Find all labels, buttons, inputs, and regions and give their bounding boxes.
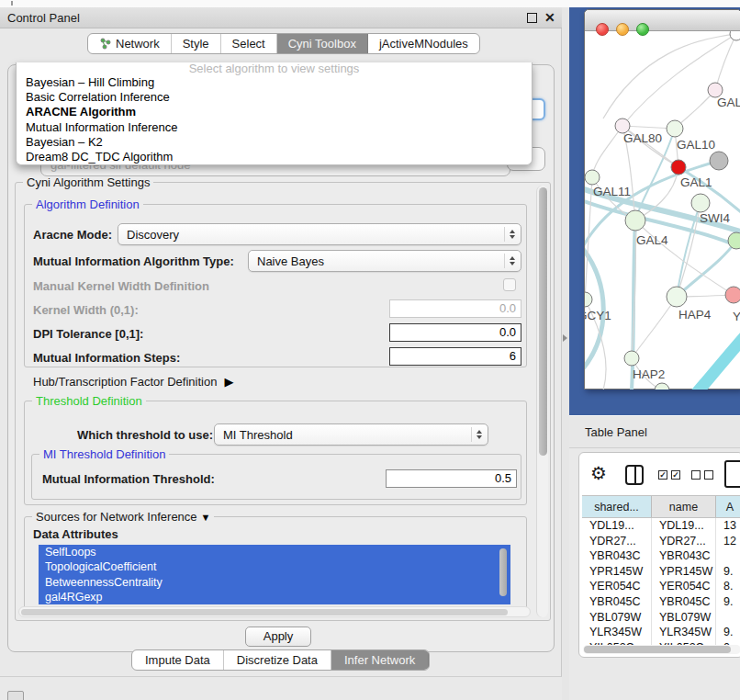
attribute-item-selected[interactable]: TopologicalCoefficient <box>39 559 510 574</box>
mi-threshold-field[interactable]: 0.5 <box>386 469 517 488</box>
expand-right-icon[interactable]: ▶ <box>224 375 233 389</box>
table-row[interactable]: YBR043CYBR043C <box>582 548 740 564</box>
algorithm-definition-title: Algorithm Definition <box>32 198 143 211</box>
deselect-all-checkbox-icon[interactable] <box>704 470 713 480</box>
attribute-item-selected[interactable]: SelfLoops <box>39 545 510 559</box>
hub-definition-expander[interactable]: Hub/Transcription Factor Definition▶ <box>33 375 233 389</box>
gear-icon[interactable]: ⚙ <box>590 464 607 482</box>
network-node-gray[interactable] <box>710 152 728 170</box>
kernel-width-field[interactable]: 0.0 <box>389 299 521 318</box>
network-edge <box>592 126 622 177</box>
mi-steps-field[interactable]: 6 <box>389 347 521 366</box>
algorithm-option[interactable]: Bayesian – Hill Climbing <box>17 75 532 90</box>
table-row[interactable]: YER054CYER054C8. <box>582 579 740 594</box>
node-label: GAL11 <box>593 185 631 198</box>
network-node-gal4[interactable] <box>625 210 645 231</box>
table-hscrollbar-track[interactable] <box>583 645 740 654</box>
mi-algorithm-type-combo[interactable]: Naive Bayes <box>248 250 521 272</box>
deselect-all-checkbox-icon[interactable] <box>691 470 701 480</box>
dpi-tolerance-label: DPI Tolerance [0,1]: <box>33 327 143 341</box>
network-node[interactable] <box>730 31 740 40</box>
network-window-titlebar[interactable] <box>585 10 740 31</box>
column-header-partial[interactable]: A <box>716 496 740 517</box>
divider-collapse-icon[interactable] <box>563 334 567 342</box>
columns-icon[interactable] <box>625 465 644 485</box>
settings-hscrollbar-track[interactable] <box>18 606 531 617</box>
table-hscrollbar-thumb[interactable] <box>584 646 731 653</box>
split-divider[interactable] <box>562 7 569 700</box>
algorithm-option[interactable]: Dream8 DC_TDC Algorithm <box>17 150 532 164</box>
column-header-name[interactable]: name <box>652 496 716 517</box>
data-attributes-label: Data Attributes <box>33 527 118 541</box>
which-threshold-combo[interactable]: MI Threshold <box>214 423 488 446</box>
network-node-hap2[interactable] <box>624 351 639 366</box>
network-canvas[interactable]: GAL GAL80 GAL10 GAL1 GAL11 GAL4 SWI4 GCY… <box>585 31 740 390</box>
algorithm-option[interactable]: Bayesian – K2 <box>17 135 532 150</box>
table-row[interactable]: YPR145WYPR145W9. <box>582 564 740 580</box>
algorithm-dropdown-popup: Select algorithm to view settings Bayesi… <box>16 62 533 165</box>
select-all-checkbox-icon[interactable]: ✓ <box>658 470 667 480</box>
table-body: YDL19...YDL19...13 YDR27...YDR27...12 YB… <box>582 518 740 645</box>
select-all-checkbox-icon[interactable]: ✓ <box>671 470 680 480</box>
mi-threshold-label: Mutual Information Threshold: <box>42 472 215 486</box>
tab-infer-network[interactable]: Infer Network <box>331 650 429 670</box>
table-row[interactable]: YDR27...YDR27...12 <box>582 534 740 549</box>
network-node[interactable] <box>655 383 669 390</box>
table-row[interactable]: YLR345WYLR345W9. <box>582 625 740 640</box>
network-view-window[interactable]: GAL GAL80 GAL10 GAL1 GAL11 GAL4 SWI4 GCY… <box>584 9 740 390</box>
aracne-mode-label: Aracne Mode: <box>33 228 112 242</box>
tab-style[interactable]: Style <box>172 34 221 53</box>
top-tick <box>11 1 13 6</box>
attribute-item-selected[interactable]: gal4RGexp <box>39 590 510 604</box>
manual-kernel-width-checkbox[interactable] <box>503 278 516 291</box>
network-node[interactable] <box>728 232 740 249</box>
network-node-gal10[interactable] <box>667 120 683 137</box>
algorithm-option[interactable]: Basic Correlation Inference <box>17 90 532 105</box>
table-card: ⚙ ✓ ✓ shared... name A YDL19...YDL19...1… <box>578 452 740 658</box>
dpi-tolerance-field[interactable]: 0.0 <box>389 323 521 342</box>
network-node-gal11[interactable] <box>585 170 600 185</box>
settings-scrollbar-thumb[interactable] <box>539 187 547 456</box>
tab-select[interactable]: Select <box>221 34 277 53</box>
application-root: Control Panel ✕ Network Style Select Cyn… <box>0 0 740 700</box>
network-edge <box>715 34 736 90</box>
float-window-icon[interactable] <box>527 13 537 23</box>
node-label: GAL1 <box>680 175 712 189</box>
tab-network[interactable]: Network <box>88 34 172 53</box>
network-node-gal1-selected[interactable] <box>671 160 686 175</box>
column-header-shared-name[interactable]: shared... <box>582 496 652 517</box>
tab-impute-data[interactable]: Impute Data <box>132 650 224 670</box>
algorithm-dropdown-placeholder: Select algorithm to view settings <box>17 62 532 75</box>
node-label: SWI4 <box>700 211 730 225</box>
which-threshold-label: Which threshold to use: <box>77 428 213 442</box>
apply-button[interactable]: Apply <box>245 627 311 647</box>
network-node-gcy1[interactable] <box>585 292 592 307</box>
mi-algorithm-type-value: Naive Bayes <box>249 254 504 268</box>
settings-scrollbar-track[interactable] <box>536 186 548 617</box>
control-panel-titlebar: Control Panel ✕ <box>0 7 562 28</box>
stepper-arrows-icon <box>504 227 519 242</box>
network-edge-thick <box>693 334 740 390</box>
tab-discretize-data[interactable]: Discretize Data <box>224 650 331 670</box>
collapse-down-icon[interactable]: ▼ <box>201 512 211 523</box>
aracne-mode-combo[interactable]: Discovery <box>118 223 521 245</box>
network-node-swi4[interactable] <box>691 194 710 212</box>
algorithm-option[interactable]: Mutual Information Inference <box>17 120 532 135</box>
table-row[interactable]: YDL19...YDL19...13 <box>582 518 740 534</box>
network-node-hap4[interactable] <box>667 287 687 307</box>
algorithm-option-selected[interactable]: ARACNE Algorithm <box>17 105 532 119</box>
cyni-algorithm-settings-title: Cyni Algorithm Settings <box>23 175 153 189</box>
tool-panel-mini-icon[interactable] <box>7 691 24 700</box>
aracne-mode-value: Discovery <box>118 228 504 242</box>
tab-cyni-toolbox[interactable]: Cyni Toolbox <box>277 34 368 53</box>
table-row[interactable]: YBR045CYBR045C9. <box>582 594 740 610</box>
close-icon[interactable]: ✕ <box>544 10 555 25</box>
attribute-item-selected[interactable]: BetweennessCentrality <box>39 575 510 590</box>
export-table-icon[interactable] <box>724 460 740 488</box>
table-row[interactable]: YBL079WYBL079W <box>582 610 740 626</box>
network-node-salmon[interactable] <box>725 287 740 303</box>
settings-hscrollbar-thumb[interactable] <box>21 609 508 615</box>
tab-jactivemnodules[interactable]: jActiveMNodules <box>368 34 479 53</box>
attributes-scrollbar-thumb[interactable] <box>499 548 507 596</box>
node-label: GAL80 <box>623 131 662 145</box>
